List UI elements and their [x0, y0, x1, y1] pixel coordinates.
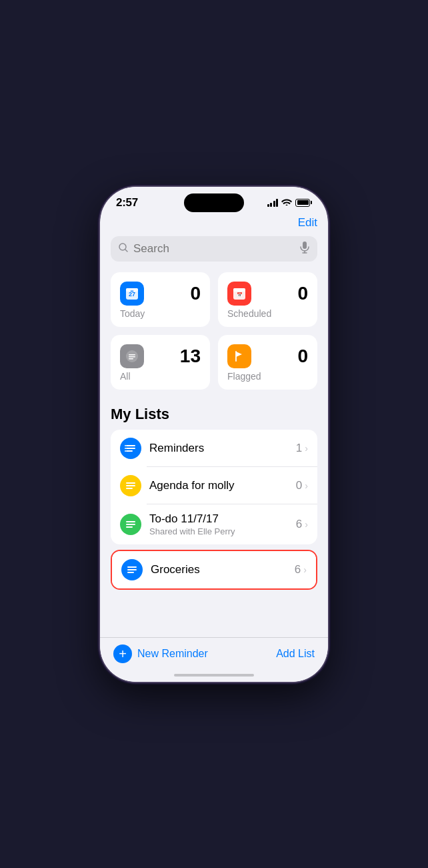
header-row: Edit — [111, 212, 317, 236]
dynamic-island — [184, 193, 244, 212]
today-label: Today — [120, 308, 201, 319]
search-input[interactable] — [133, 242, 295, 256]
tile-scheduled[interactable]: 📅 0 Scheduled — [218, 272, 317, 327]
status-bar: 2:57 — [100, 187, 328, 212]
svg-point-21 — [125, 448, 126, 449]
svg-rect-18 — [126, 448, 135, 449]
agenda-name: Agenda for molly — [149, 479, 288, 492]
flagged-label: Flagged — [227, 371, 308, 382]
svg-rect-31 — [127, 572, 134, 573]
flagged-icon — [227, 344, 251, 368]
reminders-name: Reminders — [149, 442, 288, 455]
scheduled-label: Scheduled — [227, 308, 308, 319]
reminders-text: Reminders — [149, 442, 288, 455]
status-time: 2:57 — [116, 196, 138, 209]
todo-count: 6 — [296, 518, 302, 531]
add-list-button[interactable]: Add List — [276, 648, 315, 660]
todo-subtitle: Shared with Elle Perry — [149, 526, 288, 536]
wifi-icon — [281, 197, 292, 207]
tiles-grid: 27 ▬ 0 Today — [111, 272, 317, 390]
svg-rect-27 — [126, 524, 135, 525]
home-bar — [174, 674, 254, 677]
todo-chevron: › — [305, 519, 308, 530]
flagged-count: 0 — [297, 346, 308, 367]
all-count: 13 — [180, 346, 201, 367]
battery-icon — [295, 199, 312, 207]
svg-rect-16 — [129, 358, 133, 360]
svg-rect-2 — [303, 242, 307, 249]
svg-rect-11 — [233, 288, 245, 292]
today-count: 0 — [190, 283, 201, 304]
agenda-dot — [120, 475, 141, 496]
svg-rect-25 — [126, 488, 133, 489]
scheduled-count: 0 — [297, 283, 308, 304]
tile-all-header: 13 — [120, 344, 201, 368]
plus-circle-icon: + — [113, 644, 132, 663]
groceries-count: 6 — [295, 563, 301, 576]
svg-text:▬: ▬ — [131, 288, 134, 292]
reminders-chevron: › — [305, 443, 308, 454]
agenda-text: Agenda for molly — [149, 479, 288, 492]
lists-container: Reminders 1 › — [111, 430, 317, 544]
svg-point-20 — [125, 445, 126, 446]
search-icon — [119, 243, 128, 254]
status-icons — [267, 197, 313, 207]
todo-dot — [120, 514, 141, 535]
svg-rect-26 — [126, 521, 135, 522]
svg-rect-29 — [127, 566, 137, 568]
svg-line-1 — [125, 250, 127, 252]
svg-rect-30 — [127, 569, 137, 570]
agenda-chevron: › — [305, 480, 308, 491]
reminders-count: 1 — [296, 442, 302, 455]
svg-rect-14 — [129, 354, 135, 356]
list-item-reminders[interactable]: Reminders 1 › — [111, 430, 317, 467]
todo-text: To-do 11/7/17 Shared with Elle Perry — [149, 512, 288, 536]
agenda-count: 0 — [296, 479, 302, 492]
tile-flagged-header: 0 — [227, 344, 308, 368]
new-reminder-button[interactable]: + New Reminder — [113, 644, 208, 663]
all-label: All — [120, 371, 201, 382]
svg-rect-23 — [126, 482, 135, 484]
screen: 2:57 — [100, 187, 328, 682]
bottom-bar: + New Reminder Add List — [100, 637, 328, 674]
todo-meta: 6 › — [296, 518, 308, 531]
search-bar[interactable] — [111, 236, 317, 262]
all-icon — [120, 344, 144, 368]
list-item-groceries[interactable]: Groceries 6 › — [112, 551, 316, 588]
groceries-chevron: › — [303, 564, 307, 575]
svg-rect-17 — [126, 445, 135, 446]
svg-text:27: 27 — [129, 291, 135, 298]
tile-flagged[interactable]: 0 Flagged — [218, 335, 317, 390]
tile-today[interactable]: 27 ▬ 0 Today — [111, 272, 210, 327]
groceries-name: Groceries — [151, 563, 287, 576]
edit-button[interactable]: Edit — [298, 216, 317, 230]
today-icon: 27 ▬ — [120, 282, 144, 306]
tile-today-header: 27 ▬ 0 — [120, 282, 201, 306]
scheduled-icon: 📅 — [227, 282, 251, 306]
tile-scheduled-header: 📅 0 — [227, 282, 308, 306]
agenda-meta: 0 › — [296, 479, 308, 492]
groceries-meta: 6 › — [295, 563, 307, 576]
svg-rect-15 — [129, 356, 135, 358]
signal-icon — [267, 199, 279, 207]
phone-shell: 2:57 — [100, 187, 328, 682]
main-content: Edit — [100, 212, 328, 637]
list-item-agenda[interactable]: Agenda for molly 0 › — [111, 467, 317, 504]
todo-name: To-do 11/7/17 — [149, 512, 288, 526]
reminders-meta: 1 › — [296, 442, 308, 455]
groceries-dot — [121, 559, 143, 580]
svg-text:📅: 📅 — [237, 292, 243, 298]
svg-rect-28 — [126, 526, 133, 528]
my-lists-title: My Lists — [111, 406, 317, 423]
new-reminder-label: New Reminder — [137, 648, 208, 660]
tile-all[interactable]: 13 All — [111, 335, 210, 390]
groceries-text: Groceries — [151, 563, 287, 576]
home-indicator — [100, 674, 328, 682]
list-item-todo[interactable]: To-do 11/7/17 Shared with Elle Perry 6 › — [111, 504, 317, 544]
svg-rect-24 — [126, 485, 135, 486]
groceries-highlight: Groceries 6 › — [111, 550, 317, 590]
svg-point-22 — [125, 450, 126, 452]
reminders-dot — [120, 438, 141, 459]
svg-rect-19 — [126, 450, 133, 452]
mic-icon[interactable] — [300, 242, 309, 256]
